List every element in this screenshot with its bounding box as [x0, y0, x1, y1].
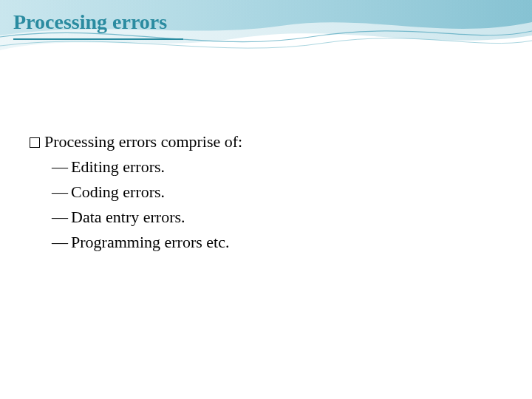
- list-item-text: Programming errors etc.: [71, 233, 229, 251]
- list-item-text: Data entry errors.: [71, 208, 185, 226]
- intro-line: Processing errors comprise of:: [30, 129, 242, 154]
- title-underline: [13, 38, 183, 40]
- list-item: —Programming errors etc.: [52, 230, 242, 255]
- item-list: —Editing errors. —Coding errors. —Data e…: [52, 154, 242, 255]
- list-item: —Coding errors.: [52, 180, 242, 205]
- list-item-text: Editing errors.: [71, 157, 165, 176]
- list-item-text: Coding errors.: [71, 183, 165, 201]
- slide-content: Processing errors comprise of: —Editing …: [30, 129, 242, 255]
- list-item: —Editing errors.: [52, 154, 242, 180]
- intro-text: Processing errors comprise of:: [44, 129, 242, 154]
- square-bullet-icon: [30, 137, 40, 148]
- slide-title: Processing errors: [13, 10, 167, 34]
- list-item: —Data entry errors.: [52, 205, 242, 230]
